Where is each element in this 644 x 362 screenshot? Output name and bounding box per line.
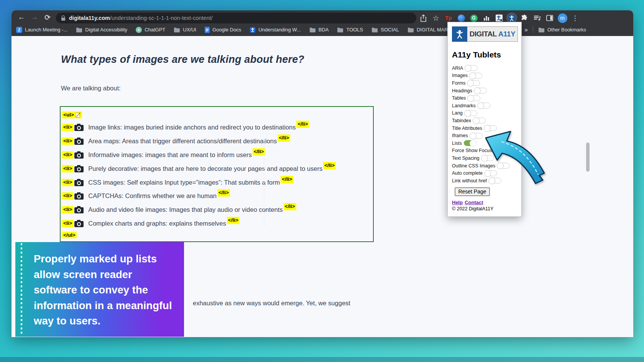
list-item: <li> Image links: images buried inside a… xyxy=(62,121,370,134)
bookmark-chatgpt[interactable]: ✳ ChatGPT xyxy=(136,27,165,33)
list-item-text: Area maps: Areas that trigger different … xyxy=(88,138,277,145)
sidebar-icon[interactable] xyxy=(544,13,555,23)
list-item-text: Informative images: images that are mean… xyxy=(88,151,251,159)
chatgpt-icon: ✳ xyxy=(136,27,142,33)
li-open-tag: <li> xyxy=(62,124,73,131)
note-pencil-icon xyxy=(75,112,81,118)
svg-text:Z: Z xyxy=(18,28,20,32)
ul-close-tag: </ul> xyxy=(62,232,77,238)
reload-button[interactable]: ⟳ xyxy=(42,12,53,23)
toggle-row-tabindex: Tabindex xyxy=(452,117,521,124)
toggle-row-landmarks: Landmarks xyxy=(452,102,521,110)
li-close-tag: </li> xyxy=(227,217,240,224)
bookmarks-divider xyxy=(533,26,533,33)
li-close-tag: </li> xyxy=(323,162,336,169)
forms-toggle[interactable] xyxy=(467,80,480,86)
gdocs-icon xyxy=(205,27,210,33)
headings-toggle[interactable] xyxy=(474,88,487,93)
star-icon[interactable]: ☆ xyxy=(430,13,441,23)
url-path: /understanding-sc-1-1-1-non-text-content… xyxy=(110,15,213,21)
forward-button[interactable]: → xyxy=(29,12,40,23)
digitala11y-wordmark: DIGITAL A11Y xyxy=(467,26,518,42)
url-domain: digitala11y.com xyxy=(69,15,110,21)
lists-toggle[interactable] xyxy=(464,140,476,146)
toggle-row-tables: Tables xyxy=(452,94,521,102)
playlist-icon[interactable] xyxy=(532,13,542,23)
desktop-wallpaper: ← → ⟳ digitala11y.com/understanding-sc-1… xyxy=(0,0,644,362)
list-item: <li> CSS images: Self explains Input typ… xyxy=(62,175,370,189)
li-open-tag: <li> xyxy=(62,151,73,159)
toggle-row-forms: Forms xyxy=(452,79,521,87)
camera-icon xyxy=(74,138,84,145)
popup-links: HelpContact xyxy=(452,200,521,205)
list-item: <li> Purely decorative: images that are … xyxy=(62,162,370,175)
camera-icon xyxy=(74,151,84,159)
help-link[interactable]: Help xyxy=(452,200,463,205)
forward-icon: → xyxy=(31,13,38,21)
bookmark-launch-meeting[interactable]: Z Launch Meeting -... xyxy=(16,27,67,33)
bookmarks-overflow-chevron[interactable]: » xyxy=(524,26,528,33)
lang-toggle[interactable] xyxy=(465,110,477,116)
intro-text: We are talking about: xyxy=(61,85,121,92)
list-item-text: CAPTCHAs: Confirms whether we are human xyxy=(88,192,217,200)
lock-icon xyxy=(61,15,66,21)
folder-icon xyxy=(538,27,545,33)
callout-banner: Properly marked up lists allow screen re… xyxy=(15,242,184,337)
aria-toggle[interactable] xyxy=(465,65,478,71)
li-open-tag: <li> xyxy=(62,165,73,172)
list-item-text: CSS images: Self explains Input type=”im… xyxy=(88,179,280,186)
toggle-row-headings: Headings xyxy=(452,87,521,95)
bookmarks-bar-right: » Other Bookmarks xyxy=(524,23,586,36)
bookmark-folder-uxui[interactable]: UX/UI xyxy=(174,27,196,33)
popup-title: A11y Tublets xyxy=(452,50,521,59)
camera-icon xyxy=(74,192,84,200)
folder-icon xyxy=(407,27,414,33)
li-close-tag: </li> xyxy=(253,148,265,156)
dotted-guide-line xyxy=(264,139,264,226)
list-item-text: Image links: images buried inside anchor… xyxy=(88,124,296,131)
camera-icon xyxy=(74,165,84,172)
li-open-tag: <li> xyxy=(62,220,73,227)
folder-icon xyxy=(76,27,82,33)
menu-kebab-icon[interactable]: ⋮ xyxy=(570,13,580,23)
folder-icon xyxy=(337,27,343,33)
list-item-text: Purely decorative: images that are here … xyxy=(88,165,322,172)
zoom-z-icon: Z xyxy=(16,27,22,33)
page-heading: What types of images are we talking abou… xyxy=(61,54,304,66)
images-toggle[interactable] xyxy=(470,73,482,79)
list-item-text: Audio and video file images: Images that… xyxy=(88,206,283,213)
bookmarks-bar: Z Launch Meeting -... Digital Accessibil… xyxy=(16,23,455,36)
back-icon: ← xyxy=(18,13,25,21)
callout-text: Properly marked up lists allow screen re… xyxy=(34,251,172,329)
toggle-row-images: Images xyxy=(452,72,521,80)
li-open-tag: <li> xyxy=(62,179,73,186)
li-close-tag: </li> xyxy=(284,203,296,210)
address-bar[interactable]: digitala11y.com/understanding-sc-1-1-1-n… xyxy=(56,13,416,23)
li-close-tag: </li> xyxy=(217,189,230,197)
annotation-arrow xyxy=(480,129,551,189)
tabindex-toggle[interactable] xyxy=(473,118,486,123)
toggle-row-lang: Lang xyxy=(452,110,521,117)
tables-toggle[interactable] xyxy=(468,95,480,101)
bookmark-folder-tools[interactable]: TOOLS xyxy=(337,27,363,33)
bookmark-folder-digital-accessibility[interactable]: Digital Accessibility xyxy=(76,27,127,33)
camera-icon xyxy=(74,220,84,227)
back-button[interactable]: ← xyxy=(16,12,27,23)
svg-text:✳: ✳ xyxy=(137,28,140,32)
list-item: <li> Informative images: images that are… xyxy=(62,148,370,162)
contact-link[interactable]: Contact xyxy=(465,200,483,205)
bookmark-google-docs[interactable]: Google Docs xyxy=(205,27,241,33)
page-scrollbar[interactable] xyxy=(586,143,590,172)
reload-icon: ⟳ xyxy=(44,13,51,22)
list-item: <li> Area maps: Areas that trigger diffe… xyxy=(62,134,370,148)
profile-avatar[interactable]: m xyxy=(557,13,568,23)
landmarks-toggle[interactable] xyxy=(478,103,490,108)
li-open-tag: <li> xyxy=(62,206,73,213)
share-icon[interactable] xyxy=(418,13,429,23)
other-bookmarks[interactable]: Other Bookmarks xyxy=(538,27,586,33)
ul-open-row: <ul> xyxy=(62,111,370,119)
li-close-tag: </li> xyxy=(278,134,290,142)
bookmark-folder-bda[interactable]: BDA xyxy=(309,27,329,33)
bookmark-understanding-wcag[interactable]: Understanding W... xyxy=(250,27,301,33)
bookmark-folder-social[interactable]: SOCIAL xyxy=(371,27,399,33)
